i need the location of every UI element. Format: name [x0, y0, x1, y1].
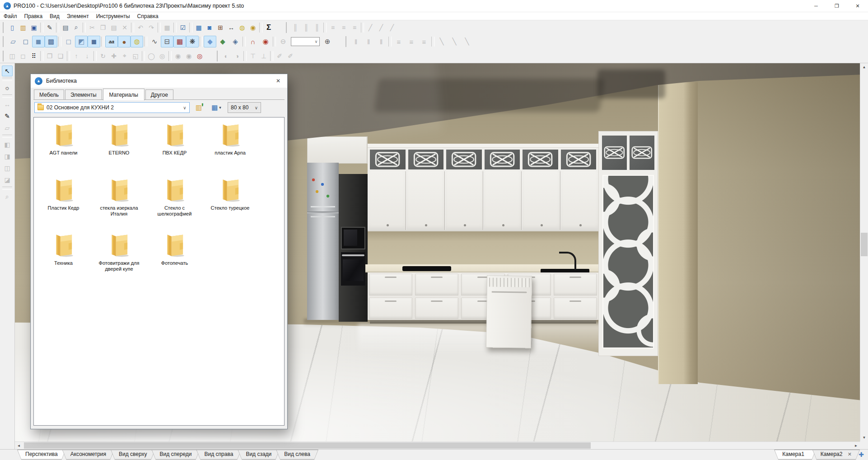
menu-item[interactable]: Файл — [0, 13, 21, 20]
library-folder[interactable]: ETERNO — [91, 122, 147, 177]
align-front-edge[interactable]: ◨ — [2, 151, 13, 162]
library-folder[interactable]: Техника — [36, 232, 91, 287]
align-middle[interactable]: ≡ — [338, 22, 349, 33]
show-text[interactable]: aa — [105, 36, 118, 47]
paint-b[interactable]: ✐ — [285, 51, 296, 61]
vertical-scroll-thumb[interactable] — [861, 233, 868, 256]
new-document[interactable]: ▯ — [7, 22, 18, 33]
move-up[interactable]: ↑ — [71, 51, 82, 61]
saw-tool[interactable]: ☼ — [2, 82, 13, 93]
align-center[interactable]: ◪ — [2, 174, 13, 185]
rotate-b[interactable]: ╲ — [448, 36, 461, 47]
delete[interactable]: ✕ — [119, 22, 130, 33]
shelf-align-c[interactable]: ║ — [312, 22, 322, 33]
library-folder[interactable]: Стекло с шелкографией — [147, 177, 202, 232]
move-down[interactable]: ↓ — [82, 51, 93, 61]
dimensions-report[interactable]: ↔ — [226, 22, 237, 33]
view-shaded[interactable]: ◼ — [88, 36, 100, 47]
scroll-up-icon[interactable]: ▲ — [860, 63, 868, 71]
library-folder[interactable]: Фотопечать — [147, 232, 202, 287]
cut[interactable]: ✂ — [87, 22, 98, 33]
wall-visibility[interactable]: ◻ — [18, 51, 28, 61]
view-tab[interactable]: Перспектива — [17, 450, 66, 460]
library-tab[interactable]: Материалы — [103, 89, 145, 100]
ellipse-horizontal[interactable]: ◯ — [146, 51, 157, 61]
menu-item[interactable]: Вид — [46, 13, 63, 20]
view-hidden-lines[interactable]: ◻ — [19, 36, 32, 47]
library-folder[interactable]: Стекло турецкое — [202, 177, 258, 232]
report-settings[interactable]: ☑ — [177, 22, 188, 33]
level-bottom[interactable]: ⊥ — [258, 51, 269, 61]
center-element[interactable]: ⌖ — [119, 51, 130, 61]
render-target[interactable]: ◎ — [194, 51, 205, 61]
show-material-sphere[interactable]: ● — [118, 36, 131, 47]
zoom-level-combo[interactable]: ∨ — [291, 37, 320, 46]
select-tool[interactable]: ↖ — [2, 66, 13, 76]
library-tab[interactable]: Элементы — [65, 89, 102, 100]
align2-bottom[interactable]: ≡ — [418, 36, 430, 47]
price-list[interactable]: ▦ — [193, 22, 204, 33]
print-preview[interactable]: ⌕ — [71, 22, 82, 33]
library-folder[interactable]: пластик Арпа — [202, 122, 258, 177]
open-project[interactable]: ▥ — [18, 22, 28, 33]
snap-axis[interactable]: ◈ — [229, 36, 242, 47]
library-close-button[interactable]: ✕ — [269, 74, 287, 88]
align-left-edge[interactable]: ◧ — [2, 139, 13, 150]
move-element[interactable]: ✚ — [108, 51, 119, 61]
view-tab[interactable]: Вид сверху — [111, 450, 155, 460]
menu-item[interactable]: Элемент — [63, 13, 93, 20]
library-folder[interactable]: Пластик Кедр — [36, 177, 91, 232]
rotate-element[interactable]: ↻ — [98, 51, 108, 61]
save-project[interactable]: ▣ — [28, 22, 39, 33]
camera-tab[interactable]: Камера2 ✕ — [812, 450, 860, 460]
library-dialog-titlebar[interactable]: ▲ Библиотека ✕ — [31, 74, 287, 88]
undo[interactable]: ↶ — [135, 22, 146, 33]
view-tab[interactable]: Вид сзади — [238, 450, 280, 460]
horizontal-scroll-thumb[interactable] — [24, 442, 591, 449]
dimension-tool[interactable]: ↔ — [2, 99, 13, 110]
library-tab[interactable]: Мебель — [34, 89, 64, 100]
view-tab[interactable]: Аксонометрия — [62, 450, 114, 460]
contour-tool[interactable]: ▱ — [2, 122, 13, 133]
group[interactable]: ❐ — [44, 51, 55, 61]
rotate-a[interactable]: ╲ — [435, 36, 448, 47]
slope-c[interactable]: ╱ — [387, 22, 397, 33]
cutting-list[interactable]: ⊞ — [215, 22, 226, 33]
distribute-h3[interactable]: ‖ — [375, 36, 387, 47]
maximize-button[interactable]: ❐ — [826, 0, 847, 12]
free-curve[interactable]: ∿ — [148, 36, 161, 47]
menu-item[interactable]: Справка — [134, 13, 162, 20]
chevron-down-icon[interactable]: ▾ — [219, 105, 221, 110]
magnet[interactable]: ∩ — [247, 36, 259, 47]
view-tab[interactable]: Вид спереди — [152, 450, 200, 460]
ungroup[interactable]: ❏ — [55, 51, 66, 61]
paste[interactable]: ▤ — [108, 22, 119, 33]
library-folder[interactable]: ПВХ КЕДР — [147, 122, 202, 177]
calculate-sum[interactable]: Σ — [263, 22, 274, 33]
camera-eye-front[interactable]: ◉ — [173, 51, 183, 61]
view-textured[interactable]: ▩ — [45, 36, 57, 47]
mirror-horizontal[interactable]: ◐ — [221, 51, 232, 61]
up-folder-button[interactable]: ▥ — [192, 102, 205, 113]
align-pair[interactable]: ◫ — [2, 163, 13, 174]
shelf-align-b[interactable]: ║ — [301, 22, 312, 33]
redo[interactable]: ↷ — [146, 22, 157, 33]
scroll-left-icon[interactable]: ◄ — [15, 442, 23, 449]
horizontal-scrollbar[interactable]: ◄ ► — [15, 441, 860, 449]
chevron-down-icon[interactable]: ∨ — [180, 105, 189, 110]
library-tab[interactable]: Другое — [145, 89, 173, 100]
copy[interactable]: ❐ — [98, 22, 108, 33]
align-bottom[interactable]: ≡ — [349, 22, 360, 33]
hint-bulb[interactable]: ◍ — [237, 22, 247, 33]
menu-item[interactable]: Инструменты — [93, 13, 134, 20]
camera-tab[interactable]: Камера1 — [774, 450, 816, 460]
scroll-down-icon[interactable]: ▼ — [860, 434, 868, 441]
library-folder[interactable]: Фотовитражи для дверей купе — [91, 232, 147, 287]
scale-element[interactable]: ◱ — [130, 51, 141, 61]
scroll-right-icon[interactable]: ► — [852, 442, 860, 449]
edit-report[interactable]: ✎ — [44, 22, 55, 33]
add-view-button[interactable]: ✚ — [856, 450, 866, 460]
zoom-area-tool[interactable]: ⌕ — [2, 191, 13, 202]
zoom-out[interactable]: ⊖ — [277, 36, 289, 47]
pencil-tool[interactable]: ✎ — [2, 111, 13, 122]
